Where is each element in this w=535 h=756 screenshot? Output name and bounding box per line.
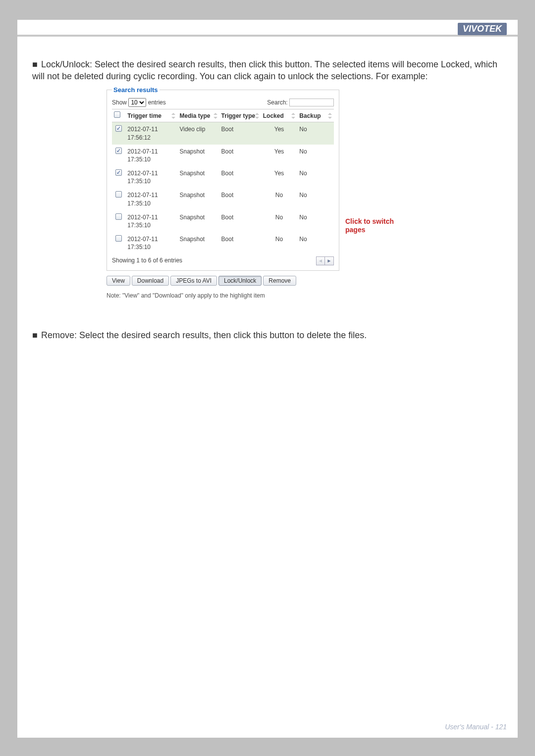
table-row[interactable]: 2012-07-1117:35:10SnapshotBootYesNo [112,166,334,188]
cell-trigger-type: Boot [219,188,261,210]
example-row: Search results Show 10 entries Search: [107,86,503,300]
cell-trigger-time: 2012-07-1117:56:12 [125,122,177,145]
table-row[interactable]: 2012-07-1117:56:12Video clipBootYesNo [112,122,334,145]
cell-trigger-time: 2012-07-1117:35:10 [125,166,177,188]
search-results-panel: Search results Show 10 entries Search: [107,86,339,271]
col-trigger-time-label: Trigger time [127,112,161,119]
cell-backup: No [297,232,334,254]
lock-unlock-text: Lock/Unlock: Select the desired search r… [32,59,497,81]
note-text: Note: "View" and "Download" only apply t… [107,292,339,300]
cell-trigger-time: 2012-07-1117:35:10 [125,232,177,254]
row-checkbox[interactable] [115,235,122,242]
pager-next-button[interactable]: ► [325,256,334,265]
row-checkbox-cell [112,145,125,166]
row-checkbox-cell [112,122,125,145]
row-checkbox[interactable] [115,213,122,220]
col-backup[interactable]: Backup [297,109,334,122]
col-media-type-label: Media type [179,112,210,119]
sort-icon [171,113,175,119]
cell-locked: No [261,232,298,254]
cell-trigger-time: 2012-07-1117:35:10 [125,145,177,166]
remove-text: Remove: Select the desired search result… [41,330,367,340]
download-button[interactable]: Download [132,276,169,286]
showing-text: Showing 1 to 6 of 6 entries [112,256,182,264]
remove-paragraph: ■Remove: Select the desired search resul… [32,329,503,341]
cell-media-type: Snapshot [177,166,219,188]
row-checkbox[interactable] [115,125,122,132]
col-trigger-type[interactable]: Trigger type [219,109,261,122]
cell-trigger-type: Boot [219,210,261,232]
row-checkbox[interactable] [115,191,122,198]
sort-icon [291,113,295,119]
table-top-controls: Show 10 entries Search: [112,97,334,109]
search-label: Search: [267,99,287,106]
cell-media-type: Snapshot [177,145,219,166]
cell-trigger-type: Boot [219,145,261,166]
row-checkbox[interactable] [115,148,122,154]
cell-locked: No [261,188,298,210]
col-media-type[interactable]: Media type [177,109,219,122]
row-checkbox-cell [112,188,125,210]
col-backup-label: Backup [299,112,321,119]
cell-locked: Yes [261,166,298,188]
lock-unlock-paragraph: ■Lock/Unlock: Select the desired search … [32,58,503,83]
show-suffix: entries [148,99,166,106]
cell-trigger-time: 2012-07-1117:35:10 [125,188,177,210]
table-row[interactable]: 2012-07-1117:35:10SnapshotBootNoNo [112,210,334,232]
cell-trigger-type: Boot [219,122,261,145]
brand-logo: VIVOTEK [458,23,507,35]
cell-locked: No [261,210,298,232]
show-entries: Show 10 entries [112,98,166,107]
row-checkbox[interactable] [115,169,122,176]
cell-backup: No [297,122,334,145]
cell-backup: No [297,145,334,166]
cell-media-type: Snapshot [177,232,219,254]
select-all-checkbox[interactable] [114,111,120,118]
cell-media-type: Video clip [177,122,219,145]
cell-backup: No [297,166,334,188]
cell-locked: Yes [261,145,298,166]
table-row[interactable]: 2012-07-1117:35:10SnapshotBootNoNo [112,188,334,210]
col-locked-label: Locked [263,112,284,119]
row-checkbox-cell [112,210,125,232]
panel-legend: Search results [112,86,160,95]
bullet-icon: ■ [32,329,41,341]
bullet-icon: ■ [32,58,41,70]
lock-unlock-button[interactable]: Lock/Unlock [218,276,262,286]
action-buttons: View Download JPEGs to AVI Lock/Unlock R… [107,276,339,286]
row-checkbox-cell [112,166,125,188]
cell-locked: Yes [261,122,298,145]
switch-pages-callout: Click to switch pages [345,217,415,235]
search-input[interactable] [289,99,334,106]
jpegs-to-avi-button[interactable]: JPEGs to AVI [170,276,217,286]
cell-backup: No [297,188,334,210]
col-trigger-time[interactable]: Trigger time [125,109,177,122]
cell-trigger-type: Boot [219,166,261,188]
page-footer: User's Manual - 121 [445,723,507,731]
remove-button[interactable]: Remove [263,276,296,286]
col-trigger-type-label: Trigger type [221,112,256,119]
entries-select[interactable]: 10 [128,98,146,107]
pager-prev-button[interactable]: ◄ [316,256,325,265]
header-bar: VIVOTEK [17,20,518,37]
table-footer: Showing 1 to 6 of 6 entries ◄ ► [112,254,334,265]
sort-icon [255,113,259,119]
search-box: Search: [267,99,334,106]
row-checkbox-cell [112,232,125,254]
sort-icon [214,113,217,119]
col-checkbox [112,109,125,122]
sort-icon [328,113,332,119]
table-row[interactable]: 2012-07-1117:35:10SnapshotBootYesNo [112,145,334,166]
table-header-row: Trigger time Media type Trigger type [112,109,334,122]
cell-backup: No [297,210,334,232]
results-panel-wrap: Search results Show 10 entries Search: [107,86,339,300]
cell-trigger-type: Boot [219,232,261,254]
col-locked[interactable]: Locked [261,109,298,122]
results-table: Trigger time Media type Trigger type [112,109,334,254]
cell-trigger-time: 2012-07-1117:35:10 [125,210,177,232]
table-row[interactable]: 2012-07-1117:35:10SnapshotBootNoNo [112,232,334,254]
cell-media-type: Snapshot [177,188,219,210]
view-button[interactable]: View [107,276,130,286]
page: VIVOTEK ■Lock/Unlock: Select the desired… [17,20,518,738]
pager: ◄ ► [316,256,334,265]
